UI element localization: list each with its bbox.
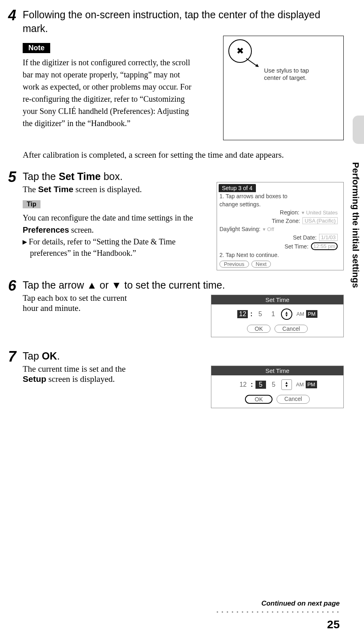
setup-tab-label: Setup 3 of 4: [219, 184, 256, 192]
step5-sub-post: screen is displayed.: [73, 184, 142, 194]
setup-instr-line1: 1. Tap arrows and boxes to: [217, 192, 343, 200]
minute-ones-segment: 1: [268, 310, 279, 318]
tip-text-bold: Preferences: [23, 225, 69, 234]
setup-instr-line1b: change settings.: [217, 200, 343, 208]
settime-titlebar: Set Time: [211, 295, 343, 304]
pm-segment: PM: [306, 310, 317, 318]
tip-detail-text: For details, refer to “Setting the Date …: [23, 236, 208, 259]
step6-title: Tap the arrow ▲ or ▼ to set the current …: [23, 278, 344, 292]
tip-text-pre: You can reconfigure the date and time se…: [23, 213, 193, 222]
setup-screen-figure: Setup 3 of 4 1. Tap arrows and boxes to …: [217, 182, 344, 270]
fig1-text-line2: center of target.: [264, 74, 309, 81]
pm-segment-2: PM: [306, 381, 317, 388]
settime-value: 12:55 pm: [311, 242, 338, 250]
colon-icon-2: :: [251, 381, 253, 388]
dst-value: ▾ Off: [263, 226, 274, 232]
setup-instr-line2: 2. Tap Next to continue.: [217, 251, 343, 259]
region-value: ▾ United States: [302, 210, 338, 216]
am-segment-2: AM: [294, 381, 306, 388]
time-spinner-icon-2: ▲▼: [281, 379, 292, 390]
setdate-label: Set Date:: [293, 234, 316, 241]
crosshair-icon: ✖: [236, 46, 244, 56]
step4-note-text: If the digitizer is not configured corre…: [23, 56, 197, 129]
step-number-5: 5: [8, 170, 20, 184]
settime-figure-1: Set Time 12 : 5 1 ▲▼ AM PM OK Cancel: [211, 295, 344, 337]
step5-title-post: box.: [101, 171, 123, 182]
cancel-button-2: Cancel: [277, 395, 310, 404]
time-spinner-icon: ▲▼: [281, 308, 292, 320]
step7-title-post: .: [57, 350, 60, 362]
step-number-7: 7: [8, 349, 20, 364]
colon-icon: :: [250, 311, 252, 318]
step7-sub-line2: screen is displayed.: [46, 374, 115, 384]
region-label: Region:: [280, 209, 299, 216]
tip-badge: Tip: [23, 200, 40, 208]
calibration-figure: ✖ Use stylus to tap center of target.: [223, 36, 344, 140]
page-number: 25: [327, 618, 340, 631]
step7-sub-bold: Setup: [23, 374, 46, 383]
step4-after-text: After calibration is completed, a screen…: [23, 148, 344, 162]
pointer-arrow-icon: [255, 64, 260, 68]
timezone-value: USA (Pacific): [302, 217, 338, 224]
step7-title-bold: OK: [42, 350, 57, 362]
dots-decor: • • • • • • • • • • • • • • • • • • • • …: [216, 609, 340, 616]
next-button: Next: [251, 261, 271, 268]
dst-label: Daylight Saving:: [219, 226, 260, 232]
step7-title-pre: Tap: [23, 350, 42, 362]
step-number-4: 4: [8, 8, 20, 23]
magnifier-handle: [246, 58, 256, 66]
settime-figure-2: Set Time 12 : 5 5 ▲▼ AM PM OK Cancel: [211, 366, 344, 408]
continued-label: Continued on next page: [261, 600, 340, 608]
minute-ones-segment-2: 5: [268, 381, 279, 389]
step-number-6: 6: [8, 278, 20, 293]
am-segment: AM: [295, 310, 306, 318]
settime-label: Set Time:: [285, 243, 309, 250]
note-badge: Note: [23, 43, 50, 53]
settime2-titlebar: Set Time: [211, 366, 343, 375]
hour-segment-2: 12: [238, 381, 248, 389]
tip-text-post: screen.: [69, 225, 94, 234]
step5-sub-bold: Set Time: [38, 184, 73, 194]
minute-tens-segment: 5: [255, 310, 266, 318]
fig1-text-line1: Use stylus to tap: [264, 67, 309, 74]
minute-tens-segment-2: 5: [255, 381, 266, 389]
timezone-label: Time Zone:: [272, 218, 300, 224]
setdate-value: 1/1/03: [319, 234, 338, 241]
step5-sub-pre: The: [23, 184, 38, 194]
step5-title-pre: Tap the: [23, 171, 59, 182]
ok-button-selected: OK: [245, 395, 272, 404]
hour-segment: 12: [237, 310, 248, 318]
cancel-button: Cancel: [275, 325, 308, 333]
step5-title-bold: Set Time: [59, 171, 101, 182]
ok-button: OK: [247, 325, 270, 333]
previous-button: Previous: [219, 261, 249, 268]
step4-title: Following the on-screen instruction, tap…: [23, 8, 344, 36]
